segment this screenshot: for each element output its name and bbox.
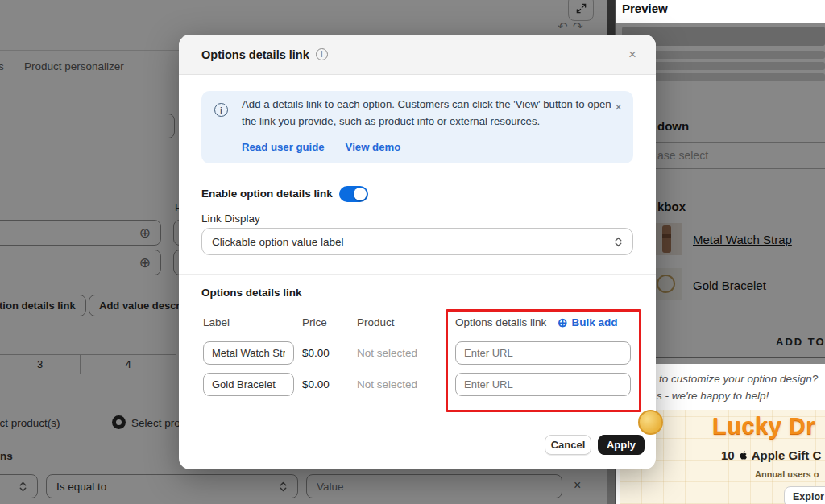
banner-close-icon[interactable]: × bbox=[615, 100, 622, 114]
col-header-options-details-link: Options details link bbox=[455, 316, 546, 328]
col-header-price: Price bbox=[302, 316, 327, 328]
gold-coin-graphic bbox=[638, 410, 663, 435]
modal-header: Options details link i × bbox=[179, 35, 656, 75]
option-url-input[interactable] bbox=[455, 341, 631, 365]
option-product-status[interactable]: Not selected bbox=[357, 347, 417, 359]
preview-title: Preview bbox=[622, 2, 668, 15]
enable-option-details-toggle[interactable] bbox=[339, 186, 368, 202]
col-header-label: Label bbox=[203, 316, 230, 328]
link-display-value: Clickable option value label bbox=[212, 236, 344, 248]
info-banner: i Add a details link to each option. Cus… bbox=[201, 91, 633, 163]
link-display-select[interactable]: Clickable option value label bbox=[201, 228, 633, 255]
help-text-line1: to customize your option design? bbox=[659, 373, 818, 385]
option-label-input[interactable] bbox=[203, 373, 294, 396]
plus-circle-icon: ⊕ bbox=[558, 316, 568, 328]
section-divider bbox=[179, 274, 656, 275]
read-user-guide-link[interactable]: Read user guide bbox=[242, 141, 325, 153]
gift-text-fragment: Apple Gift C bbox=[752, 448, 822, 462]
section-title: Options details link bbox=[201, 287, 302, 299]
gift-subtitle: 10 Apple Gift C bbox=[721, 448, 821, 462]
toggle-knob bbox=[354, 188, 367, 200]
explore-button-fragment[interactable]: Explor bbox=[784, 486, 825, 504]
option-label-input[interactable] bbox=[203, 341, 294, 365]
options-details-link-modal: Options details link i × i Add a details… bbox=[179, 35, 656, 469]
preview-header: Preview bbox=[616, 0, 825, 23]
option-url-input[interactable] bbox=[455, 373, 631, 396]
gift-count: 10 bbox=[721, 448, 735, 462]
bulk-add-label: Bulk add bbox=[572, 316, 618, 328]
modal-title: Options details link bbox=[201, 48, 309, 61]
modal-close-icon[interactable]: × bbox=[628, 48, 636, 61]
app-screen: ↶ ↷ s Product personalizer P ⊕ ⊕ tion de… bbox=[0, 0, 825, 504]
lucky-draw-title-fragment: Lucky Dr bbox=[712, 413, 815, 440]
info-icon: i bbox=[214, 103, 228, 117]
col-header-product: Product bbox=[357, 316, 395, 328]
link-display-label: Link Display bbox=[201, 213, 260, 225]
banner-text: Add a details link to each option. Custo… bbox=[242, 96, 619, 130]
bulk-add-button[interactable]: ⊕ Bulk add bbox=[558, 316, 618, 328]
option-price: $0.00 bbox=[302, 378, 330, 390]
view-demo-link[interactable]: View demo bbox=[346, 141, 401, 153]
annual-users-note-fragment: Annual users o bbox=[755, 469, 819, 479]
help-text-line2: s - we're happy to help! bbox=[657, 390, 769, 402]
updown-chevron-icon bbox=[614, 237, 623, 247]
option-price: $0.00 bbox=[302, 347, 330, 359]
enable-toggle-label: Enable option details link bbox=[201, 188, 333, 200]
cancel-button[interactable]: Cancel bbox=[545, 435, 591, 455]
apple-logo-icon bbox=[738, 449, 748, 461]
option-product-status[interactable]: Not selected bbox=[357, 378, 417, 390]
apply-button[interactable]: Apply bbox=[598, 435, 645, 455]
info-icon[interactable]: i bbox=[316, 48, 328, 60]
